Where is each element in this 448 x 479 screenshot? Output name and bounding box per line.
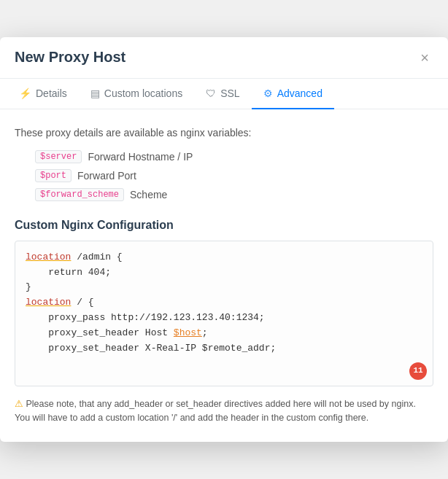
code-line-6: proxy_pass http://192.123.123.40:1234; xyxy=(26,311,422,326)
tab-ssl[interactable]: 🛡 SSL xyxy=(194,79,251,109)
warning-icon: ⚠ xyxy=(15,398,23,409)
advanced-icon: ⚙ xyxy=(263,87,273,99)
warning-box: ⚠ Please note, that any add_header or se… xyxy=(15,397,433,425)
close-button[interactable]: × xyxy=(416,49,433,66)
custom-locations-icon: ▤ xyxy=(90,87,100,99)
new-proxy-host-modal: New Proxy Host × ⚡ Details ▤ Custom loca… xyxy=(0,37,448,443)
tab-details[interactable]: ⚡ Details xyxy=(7,79,79,109)
list-item: $port Forward Port xyxy=(35,169,433,182)
variable-port: $port xyxy=(35,169,72,182)
description-text: These proxy details are available as ngi… xyxy=(15,127,433,139)
list-item: $server Forward Hostname / IP xyxy=(35,150,433,163)
code-line-2: return 404; xyxy=(26,265,422,281)
modal-body: These proxy details are available as ngi… xyxy=(0,109,448,443)
tab-advanced[interactable]: ⚙ Advanced xyxy=(252,79,334,109)
tab-bar: ⚡ Details ▤ Custom locations 🛡 SSL ⚙ Adv… xyxy=(0,79,448,109)
tab-custom-locations[interactable]: ▤ Custom locations xyxy=(79,79,194,109)
variables-list: $server Forward Hostname / IP $port Forw… xyxy=(15,150,433,201)
code-line-1: location /admin { xyxy=(26,250,422,265)
variable-forward-scheme: $forward_scheme xyxy=(35,188,124,201)
modal-title: New Proxy Host xyxy=(15,49,125,66)
modal-header: New Proxy Host × xyxy=(0,37,448,79)
scroll-badge: 11 xyxy=(409,362,427,380)
variable-server: $server xyxy=(35,150,82,163)
code-line-7: proxy_set_header Host $host; xyxy=(26,326,422,341)
code-line-8: proxy_set_header X-Real-IP $remote_addr; xyxy=(26,341,422,357)
code-line-3: } xyxy=(26,280,422,295)
details-icon: ⚡ xyxy=(19,87,31,99)
code-line-5: location / { xyxy=(26,295,422,311)
list-item: $forward_scheme Scheme xyxy=(35,188,433,201)
ssl-icon: 🛡 xyxy=(206,87,216,99)
section-title: Custom Nginx Configuration xyxy=(15,219,433,232)
code-editor[interactable]: location /admin { return 404; } location… xyxy=(15,241,433,386)
